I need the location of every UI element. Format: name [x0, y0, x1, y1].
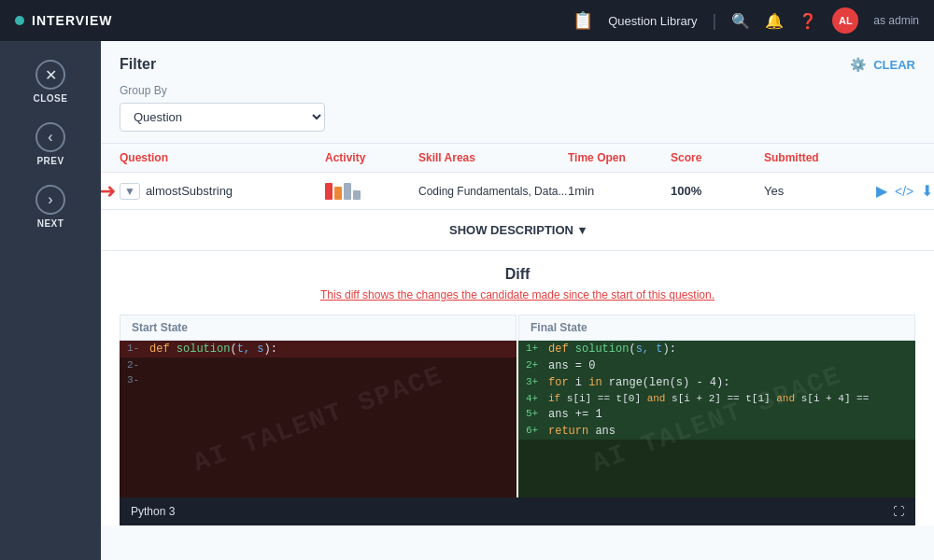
- code-panels: Start State AI TALENT SPACE 1- def solut…: [120, 315, 915, 497]
- activity-cell: [325, 183, 418, 200]
- expand-icon[interactable]: ▼: [120, 183, 140, 200]
- code-line: 2-: [120, 357, 517, 372]
- action-icons: ▶ </> ⬇: [876, 182, 934, 200]
- table-row: ➜ ▼ almostSubstring Coding Fundamentals,…: [101, 173, 934, 210]
- group-by-select[interactable]: Question: [120, 103, 325, 132]
- question-name-cell: ▼ almostSubstring: [120, 183, 325, 200]
- show-description-row: SHOW DESCRIPTION ▾: [101, 210, 934, 251]
- question-name: almostSubstring: [146, 184, 233, 198]
- play-icon[interactable]: ▶: [876, 182, 887, 200]
- activity-bar-1: [325, 183, 333, 200]
- diff-title: Diff: [120, 266, 915, 283]
- header-skill-areas: Skill Areas: [418, 151, 568, 164]
- header-time-open: Time Open: [568, 151, 671, 164]
- nav-divider: |: [713, 11, 717, 31]
- filter-section: Filter ⚙️ CLEAR Group By Question: [101, 41, 934, 143]
- activity-bar-4: [353, 190, 361, 200]
- code-footer: Python 3 ⛶: [120, 497, 915, 525]
- show-description-chevron: ▾: [579, 223, 586, 237]
- header-submitted: Submitted: [764, 151, 876, 164]
- question-library-link[interactable]: Question Library: [608, 14, 697, 28]
- admin-label: as admin: [873, 14, 919, 27]
- help-icon-btn[interactable]: ❓: [799, 12, 817, 30]
- next-button[interactable]: › NEXT: [17, 177, 84, 236]
- prev-button[interactable]: ‹ PREV: [17, 115, 84, 174]
- start-state-panel: Start State AI TALENT SPACE 1- def solut…: [120, 315, 517, 497]
- show-description-label: SHOW DESCRIPTION: [449, 223, 573, 237]
- prev-icon: ‹: [35, 122, 65, 152]
- show-description-button[interactable]: SHOW DESCRIPTION ▾: [449, 223, 586, 237]
- submitted-cell: Yes: [764, 184, 876, 198]
- header-question: Question: [120, 151, 325, 164]
- filter-controls: ⚙️ CLEAR: [850, 57, 915, 72]
- header-score: Score: [671, 151, 764, 164]
- diff-subtitle: This diff shows the changes the candidat…: [120, 288, 915, 301]
- close-button[interactable]: ✕ CLOSE: [17, 52, 84, 111]
- code-line: 6+ return ans: [518, 423, 915, 440]
- main-layout: ✕ CLOSE ‹ PREV › NEXT Filter ⚙️ CLEAR Gr…: [0, 41, 934, 560]
- nav-separator: 📋: [573, 10, 593, 31]
- filter-icon: ⚙️: [850, 57, 866, 72]
- code-line: 3+ for i in range(len(s) - 4):: [518, 374, 915, 391]
- final-state-editor: AI TALENT SPACE 1+ def solution(s, t): 2…: [518, 341, 915, 497]
- code-line: 5+ ans += 1: [518, 406, 915, 423]
- logo-dot: [15, 16, 24, 25]
- activity-bar-2: [334, 187, 342, 200]
- sidebar: ✕ CLOSE ‹ PREV › NEXT: [0, 41, 101, 560]
- language-label: Python 3: [131, 505, 175, 518]
- code-line: 2+ ans = 0: [518, 357, 915, 374]
- activity-bar-3: [344, 183, 351, 200]
- filter-title: Filter: [120, 56, 156, 73]
- code-line: 1+ def solution(s, t):: [518, 341, 915, 357]
- download-icon[interactable]: ⬇: [921, 182, 933, 200]
- search-icon-btn[interactable]: 🔍: [731, 12, 750, 30]
- code-line: 4+ if s[i] == t[0] and s[i + 2] == t[1] …: [518, 391, 915, 406]
- clear-button[interactable]: CLEAR: [873, 58, 915, 72]
- group-by-label: Group By: [120, 84, 915, 97]
- close-icon: ✕: [35, 60, 65, 90]
- next-label: NEXT: [37, 218, 64, 229]
- final-state-panel: Final State AI TALENT SPACE 1+ def solut…: [518, 315, 915, 497]
- activity-bars: [325, 183, 418, 200]
- filter-header: Filter ⚙️ CLEAR: [120, 56, 915, 73]
- prev-label: PREV: [36, 156, 64, 166]
- code-icon[interactable]: </>: [895, 184, 913, 199]
- content-area: Filter ⚙️ CLEAR Group By Question Questi…: [101, 41, 934, 560]
- score-cell: 100%: [671, 184, 764, 198]
- table-header: Question Activity Skill Areas Time Open …: [101, 143, 934, 173]
- fullscreen-icon[interactable]: ⛶: [893, 505, 904, 518]
- header-activity: Activity: [325, 151, 418, 164]
- code-line: 3-: [120, 372, 517, 387]
- final-state-header: Final State: [518, 315, 915, 341]
- nav-right: 📋 Question Library | 🔍 🔔 ❓ AL as admin: [573, 7, 919, 34]
- top-nav: INTERVIEW 📋 Question Library | 🔍 🔔 ❓ AL …: [0, 0, 934, 41]
- nav-left: INTERVIEW: [15, 13, 113, 28]
- skill-areas-cell: Coding Fundamentals, Data...: [418, 185, 568, 198]
- diff-section: Diff This diff shows the changes the can…: [101, 251, 934, 525]
- header-actions: [876, 151, 934, 164]
- bell-icon-btn[interactable]: 🔔: [765, 12, 784, 30]
- time-open-cell: 1min: [568, 184, 671, 198]
- code-line: 1- def solution(t, s):: [120, 341, 517, 357]
- app-title: INTERVIEW: [32, 13, 113, 28]
- arrow-annotation: ➜: [101, 179, 116, 203]
- avatar[interactable]: AL: [832, 7, 858, 34]
- start-state-editor: AI TALENT SPACE 1- def solution(t, s): 2…: [120, 341, 517, 497]
- close-label: CLOSE: [34, 93, 68, 104]
- next-icon: ›: [35, 185, 65, 215]
- start-state-header: Start State: [120, 315, 517, 341]
